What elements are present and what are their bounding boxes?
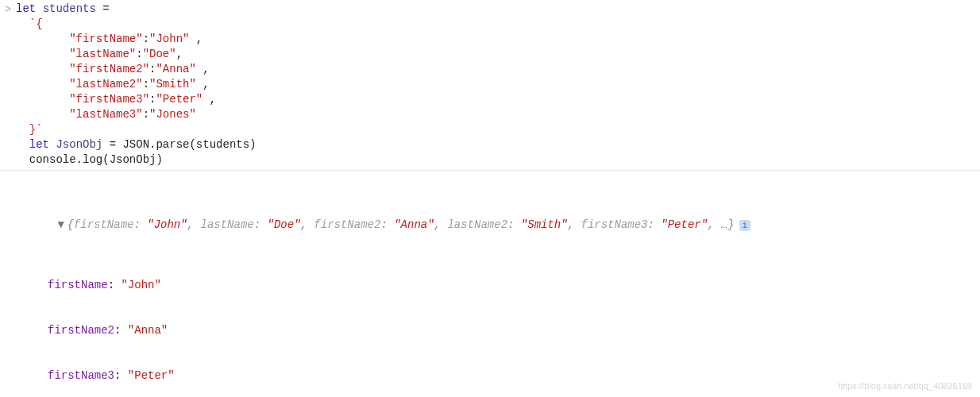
object-summary[interactable]: {firstName: "John", lastName: "Doe", fir… (67, 218, 734, 231)
json-val: "Peter" (156, 93, 203, 106)
logged-object[interactable]: ▼{firstName: "John", lastName: "Doe", fi… (16, 172, 980, 397)
json-key: "firstName3" (69, 93, 149, 106)
json-key: "lastName" (69, 48, 136, 60)
input-prompt-icon: > (0, 2, 16, 17)
json-key: "lastName2" (69, 78, 142, 91)
watermark-text: https://blog.csdn.net/qq_40826169 (838, 379, 972, 394)
json-key: "firstName2" (69, 63, 149, 75)
keyword-let: let (29, 138, 49, 151)
json-key: "firstName" (69, 33, 142, 45)
console-log-call: console.log(JsonObj) (29, 153, 163, 166)
var-jsonobj: JsonObj (56, 138, 102, 151)
json-val: "Anna" (156, 63, 195, 75)
json-val: "John" (149, 33, 189, 45)
console-input-code[interactable]: let students = `{ "firstName":"John" , "… (16, 2, 980, 168)
backtick-open: `{ (29, 17, 43, 30)
expand-toggle-icon[interactable]: ▼ (57, 218, 67, 233)
object-property[interactable]: firstName2: "Anna" (16, 323, 974, 338)
json-key: "lastName3" (69, 108, 142, 121)
backtick-close: }` (29, 123, 43, 136)
json-val: "Doe" (143, 48, 176, 60)
json-val: "Jones" (149, 108, 196, 121)
console-input-row: > let students = `{ "firstName":"John" ,… (0, 0, 980, 171)
var-students: students (43, 2, 96, 15)
object-property[interactable]: firstName3: "Peter" (16, 368, 974, 384)
info-icon[interactable]: i (739, 220, 750, 231)
console-log-output-row: ▼{firstName: "John", lastName: "Doe", fi… (0, 171, 980, 397)
output-gutter (0, 172, 16, 173)
json-val: "Smith" (149, 78, 196, 91)
json-parse-call: = JSON.parse(students) (102, 138, 256, 151)
keyword-let: let (16, 2, 36, 15)
object-property[interactable]: firstName: "John" (16, 278, 974, 293)
equals: = (96, 2, 110, 15)
